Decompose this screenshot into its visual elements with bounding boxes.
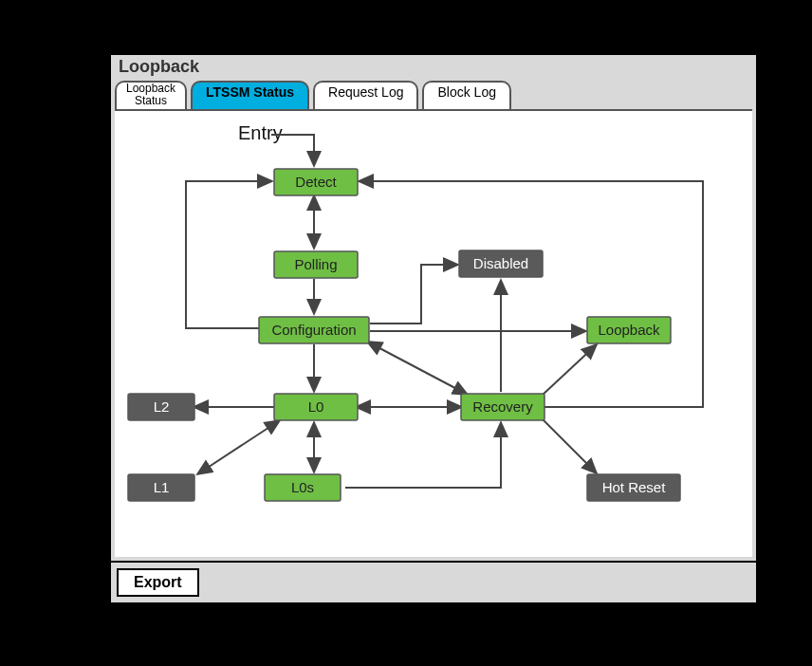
node-polling: Polling — [294, 256, 337, 272]
diagram-panel: Entry — [115, 109, 752, 557]
node-hotreset: Hot Reset — [602, 479, 667, 495]
entry-label: Entry — [238, 123, 283, 144]
node-l1: L1 — [154, 479, 170, 495]
node-detect: Detect — [295, 174, 337, 190]
node-loopback: Loopback — [598, 322, 660, 338]
node-l0: L0 — [308, 398, 324, 415]
app-window: Loopback Loopback Status LTSSM Status Re… — [109, 53, 758, 604]
node-configuration: Configuration — [271, 322, 356, 338]
tab-block-log[interactable]: Block Log — [422, 81, 510, 109]
window-title: Loopback — [111, 55, 756, 81]
tab-label-2: Status — [122, 95, 179, 107]
node-l2: L2 — [154, 398, 170, 415]
tab-request-log[interactable]: Request Log — [313, 81, 418, 109]
tab-bar: Loopback Status LTSSM Status Request Log… — [111, 81, 756, 109]
node-recovery: Recovery — [472, 398, 533, 415]
node-disabled: Disabled — [473, 255, 528, 271]
footer-bar: Export — [111, 561, 756, 602]
node-l0s: L0s — [291, 479, 314, 495]
ltssm-diagram: Entry — [115, 111, 760, 557]
export-button[interactable]: Export — [117, 568, 199, 597]
tab-loopback-status[interactable]: Loopback Status — [115, 81, 187, 109]
tab-ltssm-status[interactable]: LTSSM Status — [191, 81, 309, 109]
